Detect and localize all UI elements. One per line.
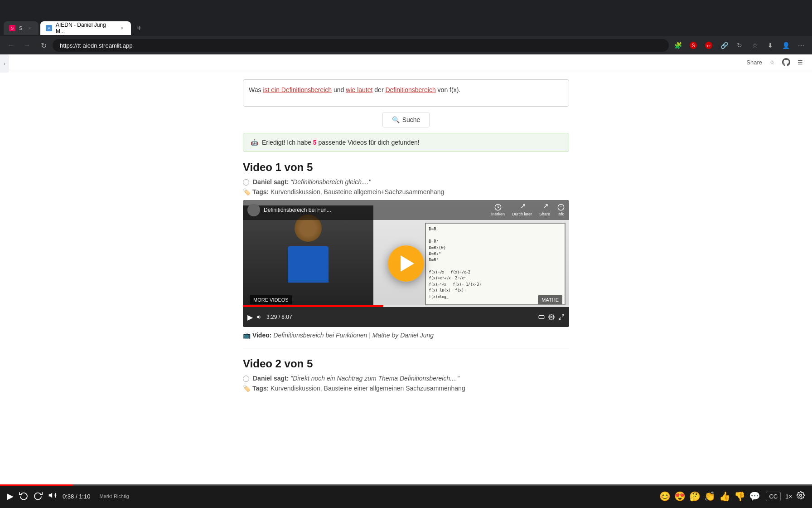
emoji-thumbsup[interactable]: 👍 xyxy=(719,491,730,498)
emoji-chat[interactable]: 💬 xyxy=(749,491,760,498)
search-button[interactable]: 🔍 Suche xyxy=(382,112,430,127)
refresh-button[interactable]: ↻ xyxy=(36,38,51,53)
sidebar-toggle[interactable]: › xyxy=(0,54,9,73)
tab-2-favicon: A xyxy=(46,25,52,31)
fullscreen-btn[interactable] xyxy=(558,314,565,320)
play-overlay-btn[interactable] xyxy=(388,245,424,282)
emoji-heart[interactable]: 😍 xyxy=(674,491,686,498)
video-2-tags-partial: 🏷️ Tags: Kurvendiskussion, Bausteine ein… xyxy=(243,385,569,392)
whiteboard-content: D=R D=R⁺ D=R\{0} D=R₂⁰ D=R⁰ f(x)=√x f(x)… xyxy=(429,226,562,300)
menu-button[interactable]: ☰ xyxy=(798,59,803,66)
info-icon[interactable]: Info xyxy=(557,204,565,216)
share-icon[interactable]: Share xyxy=(539,204,550,216)
star-icon[interactable]: ☆ xyxy=(748,38,762,53)
bottom-progress-container[interactable] xyxy=(0,484,812,486)
query-display-box: Was ist ein Definitionsbereich und wie l… xyxy=(243,79,569,107)
tab-1-close[interactable]: × xyxy=(26,24,33,32)
merken-label: Merken xyxy=(491,212,505,216)
search-button-label: Suche xyxy=(402,116,420,123)
video-2-title: Video 2 von 5 xyxy=(243,357,569,370)
video-bg: D=R D=R⁺ D=R\{0} D=R₂⁰ D=R⁰ f(x)=√x f(x)… xyxy=(243,200,569,327)
video-channel-avatar xyxy=(247,204,260,216)
video-info-title: Definitionsbereich bei Funktionen | Math… xyxy=(273,332,434,339)
tags-label-2: Tags: xyxy=(252,385,271,392)
extension-icon-3[interactable]: 🔗 xyxy=(717,38,731,53)
more-icon[interactable]: ⋯ xyxy=(794,38,808,53)
tab-bar: S S × A AIEDN - Daniel Jung M... × + xyxy=(0,20,812,36)
bottom-play-btn[interactable]: ▶ xyxy=(7,491,14,498)
video-play-btn[interactable]: ▶ xyxy=(247,313,253,322)
forward-button[interactable]: → xyxy=(20,38,34,53)
emoji-thumbsdown[interactable]: 👎 xyxy=(734,491,745,498)
svg-line-6 xyxy=(544,205,547,208)
tab-1-favicon: S xyxy=(9,25,15,31)
main-content-area: Was ist ein Definitionsbereich und wie l… xyxy=(234,70,578,392)
richtig-label: Richtig xyxy=(114,493,129,498)
daniel-quote-2: "Direkt noch ein Nachtrag zum Thema Defi… xyxy=(290,375,459,382)
new-tab-button[interactable]: + xyxy=(133,22,145,34)
video-action-icons: Merken Durch later Share xyxy=(491,204,565,216)
emoji-smile[interactable]: 😊 xyxy=(659,491,671,498)
bottom-playback-bar: ▶ 0:38 / 1:10 Merkt Richtig 😊 😍 🤔 👏 👍 👎 … xyxy=(0,484,812,498)
page-content: Was ist ein Definitionsbereich und wie l… xyxy=(0,70,812,498)
tab-1[interactable]: S S × xyxy=(4,21,39,35)
video-info-icon: 📺 xyxy=(243,332,251,339)
settings-btn[interactable] xyxy=(548,314,555,320)
merken-icon[interactable]: Merken xyxy=(491,204,505,216)
bottom-labels: Merkt Richtig xyxy=(99,493,129,498)
extension-icon-2[interactable]: TT xyxy=(701,38,716,53)
video-title-in-bar: Definitionsbereich bei Fun... xyxy=(264,207,488,213)
emoji-clap[interactable]: 👏 xyxy=(704,491,715,498)
durch-later-label: Durch later xyxy=(512,212,532,216)
tab-2-close[interactable]: × xyxy=(119,24,126,32)
settings-control[interactable] xyxy=(797,491,805,498)
extension-icon-1[interactable]: 🧩 xyxy=(671,38,685,53)
daniel-says-checkbox[interactable] xyxy=(243,179,249,186)
download-icon[interactable]: ⬇ xyxy=(763,38,778,53)
share-label: Share xyxy=(539,212,550,216)
video-player-1[interactable]: D=R D=R⁺ D=R\{0} D=R₂⁰ D=R⁰ f(x)=√x f(x)… xyxy=(243,200,569,327)
tab-2[interactable]: A AIEDN - Daniel Jung M... × xyxy=(40,21,131,35)
cc-toggle[interactable]: CC xyxy=(766,492,781,499)
star-bookmark[interactable]: ☆ xyxy=(769,59,775,66)
svg-line-5 xyxy=(522,205,525,208)
daniel-says-label: Daniel sagt: "Definitionsbereich gleich.… xyxy=(253,178,371,186)
github-icon[interactable] xyxy=(782,58,790,66)
refresh-sync-icon[interactable]: ↻ xyxy=(732,38,747,53)
profile-icon-red[interactable]: S xyxy=(686,38,701,53)
more-videos-badge[interactable]: MORE VIDEOS xyxy=(250,295,292,304)
svg-text:TT: TT xyxy=(706,44,711,48)
bottom-skip-fwd-btn[interactable] xyxy=(34,491,43,498)
section-divider xyxy=(243,348,569,348)
bottom-time-display: 0:38 / 1:10 xyxy=(63,493,90,499)
address-bar-row: ← → ↻ 🧩 S TT 🔗 ↻ ☆ ⬇ 👤 ⋯ xyxy=(0,36,812,54)
controls-right xyxy=(538,314,565,320)
streamlit-header: Share ☆ ☰ xyxy=(0,54,812,70)
bottom-progress-fill xyxy=(0,484,73,486)
video-info-label: Video: xyxy=(252,332,272,339)
bottom-right-controls: CC 1× xyxy=(766,491,805,498)
bottom-skip-back-btn[interactable] xyxy=(19,491,28,498)
tab-2-label: AIEDN - Daniel Jung M... xyxy=(56,22,115,34)
cc-btn[interactable] xyxy=(538,314,545,320)
speed-control[interactable]: 1× xyxy=(785,493,792,499)
video-2-checkbox[interactable] xyxy=(243,376,249,382)
back-button[interactable]: ← xyxy=(4,38,18,53)
video-2-daniel-label: Daniel sagt: "Direkt noch ein Nachtrag z… xyxy=(253,375,459,382)
svg-text:S: S xyxy=(692,43,695,48)
daniel-quote-1: "Definitionsbereich gleich...." xyxy=(290,178,371,186)
mathe-badge: MATHE xyxy=(538,295,562,304)
tags-icon-2: 🏷️ xyxy=(243,385,251,392)
emoji-think[interactable]: 🤔 xyxy=(689,491,701,498)
header-right: Share ☆ ☰ xyxy=(746,58,803,66)
share-button[interactable]: Share xyxy=(746,59,762,66)
svg-point-11 xyxy=(551,316,552,318)
tags-values-1: Kurvendiskussion, Bausteine allgemein+Sa… xyxy=(271,188,444,195)
durch-later-icon[interactable]: Durch later xyxy=(512,204,532,216)
video-volume-btn[interactable] xyxy=(256,314,263,320)
profile-icon[interactable]: 👤 xyxy=(778,38,793,53)
emoji-reaction-bar: 😊 😍 🤔 👏 👍 👎 💬 xyxy=(659,491,760,498)
bottom-volume-btn[interactable] xyxy=(48,491,57,498)
address-input[interactable] xyxy=(53,39,669,52)
video-1-section: Video 1 von 5 Daniel sagt: "Definitionsb… xyxy=(243,161,569,339)
